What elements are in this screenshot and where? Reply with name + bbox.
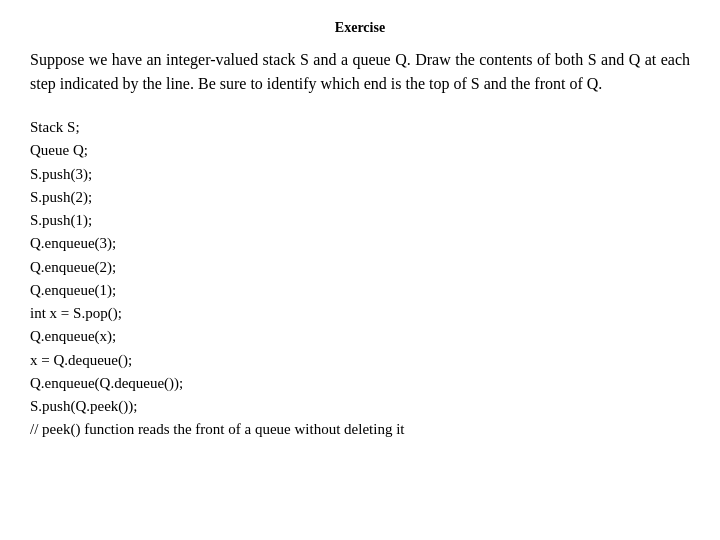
code-line: Q.enqueue(x);: [30, 325, 690, 348]
code-line: S.push(Q.peek());: [30, 395, 690, 418]
code-line: Stack S;: [30, 116, 690, 139]
code-line: Q.enqueue(Q.dequeue());: [30, 372, 690, 395]
code-block: Stack S;Queue Q;S.push(3);S.push(2);S.pu…: [30, 116, 690, 442]
code-line: Q.enqueue(1);: [30, 279, 690, 302]
intro-paragraph: Suppose we have an integer-valued stack …: [30, 48, 690, 96]
code-line: S.push(3);: [30, 163, 690, 186]
code-line: Q.enqueue(2);: [30, 256, 690, 279]
code-line: int x = S.pop();: [30, 302, 690, 325]
code-line: S.push(1);: [30, 209, 690, 232]
exercise-title: Exercise: [30, 20, 690, 36]
code-line: Q.enqueue(3);: [30, 232, 690, 255]
code-line: S.push(2);: [30, 186, 690, 209]
code-line: // peek() function reads the front of a …: [30, 418, 690, 441]
code-line: Queue Q;: [30, 139, 690, 162]
code-line: x = Q.dequeue();: [30, 349, 690, 372]
